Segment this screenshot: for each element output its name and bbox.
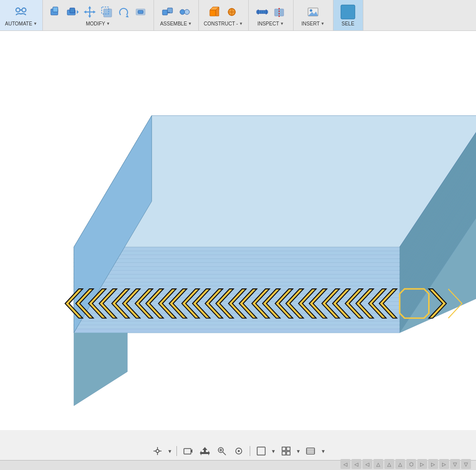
nav-cube-icon-9[interactable]: ▷ xyxy=(428,459,438,469)
push-pull-icon xyxy=(65,4,81,20)
grid-dropdown[interactable]: ▼ xyxy=(296,449,301,454)
inspect-dropdown-arrow: ▼ xyxy=(280,21,284,26)
svg-point-0 xyxy=(16,8,20,12)
svg-line-51 xyxy=(223,452,226,455)
nav-cube-icon-5[interactable]: △ xyxy=(384,459,394,469)
toolbar-group-modify[interactable]: MODIFY ▼ xyxy=(43,0,154,30)
nav-cube-icon-12[interactable]: ▽ xyxy=(461,459,471,469)
view-dropdown[interactable]: ▼ xyxy=(271,449,276,454)
nav-cube[interactable]: ◁ ◁ ◁ △ △ △ ⬡ ▷ ▷ ▷ ▽ ▽ xyxy=(340,459,471,469)
view-button[interactable] xyxy=(254,444,268,458)
svg-marker-16 xyxy=(126,15,129,17)
svg-marker-12 xyxy=(84,10,86,13)
modify-label: MODIFY ▼ xyxy=(86,21,110,26)
select-icon xyxy=(340,4,356,20)
measure-icon xyxy=(254,4,270,20)
svg-marker-7 xyxy=(77,10,79,14)
camera-button[interactable] xyxy=(181,444,195,458)
svg-rect-60 xyxy=(287,452,290,455)
nav-cube-icon-11[interactable]: ▽ xyxy=(450,459,460,469)
nav-cube-icon-6[interactable]: △ xyxy=(395,459,405,469)
svg-point-1 xyxy=(22,8,26,12)
construct-icon xyxy=(207,4,223,20)
assemble-icon xyxy=(159,4,175,20)
origin-button[interactable] xyxy=(151,444,164,458)
svg-rect-48 xyxy=(184,449,191,454)
nav-cube-icon-3[interactable]: ◁ xyxy=(362,459,372,469)
nav-cube-icon-10[interactable]: ▷ xyxy=(439,459,449,469)
toolbar-group-automate[interactable]: AUTOMATE ▼ xyxy=(0,0,43,30)
construct-dropdown-arrow: ▼ xyxy=(239,21,243,26)
nav-cube-icon-2[interactable]: ◁ xyxy=(351,459,361,469)
section-icon xyxy=(271,4,287,20)
toolbar-group-select[interactable]: SELE xyxy=(333,0,363,30)
model-svg xyxy=(0,31,476,430)
separator-1 xyxy=(176,446,177,456)
svg-rect-6 xyxy=(70,8,75,13)
joint-icon xyxy=(176,4,192,20)
move-cross-icon xyxy=(82,4,98,20)
assemble-label: ASSEMBLE ▼ xyxy=(160,21,192,26)
svg-rect-19 xyxy=(162,10,167,15)
display-dropdown[interactable]: ▼ xyxy=(320,449,325,454)
offset-icon xyxy=(133,4,149,20)
toolbar-group-insert[interactable]: INSERT ▼ xyxy=(294,0,333,30)
svg-rect-24 xyxy=(210,10,216,16)
select-label: SELE xyxy=(341,21,354,26)
3d-viewport[interactable] xyxy=(0,31,476,430)
status-bar: ◁ ◁ ◁ △ △ △ ⬡ ▷ ▷ ▷ ▽ ▽ xyxy=(0,460,476,470)
fit-button[interactable] xyxy=(232,444,246,458)
svg-rect-36 xyxy=(275,9,284,16)
automate-dropdown-arrow: ▼ xyxy=(33,21,37,26)
svg-rect-15 xyxy=(104,9,112,17)
insert-label: INSERT ▼ xyxy=(302,21,324,26)
origin-dropdown[interactable]: ▼ xyxy=(167,449,172,454)
toolbar-group-assemble[interactable]: ASSEMBLE ▼ xyxy=(154,0,199,30)
svg-rect-58 xyxy=(287,447,290,451)
svg-point-23 xyxy=(184,9,189,14)
svg-rect-56 xyxy=(257,447,265,455)
move-icon xyxy=(48,4,64,20)
main-toolbar: AUTOMATE ▼ xyxy=(0,0,476,31)
nav-cube-icon-8[interactable]: ▷ xyxy=(417,459,427,469)
assemble-dropdown-arrow: ▼ xyxy=(188,21,192,26)
automate-icon xyxy=(13,4,29,20)
nav-cube-icon-1[interactable]: ◁ xyxy=(340,459,350,469)
insert-image-icon xyxy=(305,4,321,20)
construct-icon2 xyxy=(224,4,240,20)
nav-cube-icon-7[interactable]: ⬡ xyxy=(406,459,416,469)
scale-icon xyxy=(99,4,115,20)
svg-rect-4 xyxy=(53,7,58,12)
toolbar-group-inspect[interactable]: INSPECT ▼ xyxy=(249,0,294,30)
svg-rect-18 xyxy=(138,10,143,13)
display-button[interactable] xyxy=(304,444,317,458)
bottom-toolbar: ▼ ▼ xyxy=(0,442,476,460)
nav-cube-icon-4[interactable]: △ xyxy=(373,459,383,469)
svg-rect-61 xyxy=(307,448,315,454)
inspect-label: INSPECT ▼ xyxy=(257,21,284,26)
zoom-button[interactable] xyxy=(215,444,229,458)
construct-label: CONSTRUCT - ▼ xyxy=(204,21,243,26)
svg-point-55 xyxy=(238,450,240,452)
svg-point-39 xyxy=(310,9,313,12)
grid-button[interactable] xyxy=(279,444,293,458)
svg-rect-59 xyxy=(282,452,286,455)
separator-2 xyxy=(250,446,250,456)
svg-marker-11 xyxy=(88,15,91,18)
toolbar-group-construct[interactable]: CONSTRUCT - ▼ xyxy=(199,0,249,30)
pan-button[interactable] xyxy=(198,444,212,458)
insert-dropdown-arrow: ▼ xyxy=(320,21,324,26)
svg-rect-57 xyxy=(282,447,286,451)
svg-rect-41 xyxy=(341,5,355,19)
svg-marker-13 xyxy=(93,10,96,13)
modify-dropdown-arrow: ▼ xyxy=(106,21,110,26)
automate-label: AUTOMATE ▼ xyxy=(5,21,37,26)
svg-marker-10 xyxy=(88,6,91,8)
rotate-icon xyxy=(116,4,132,20)
